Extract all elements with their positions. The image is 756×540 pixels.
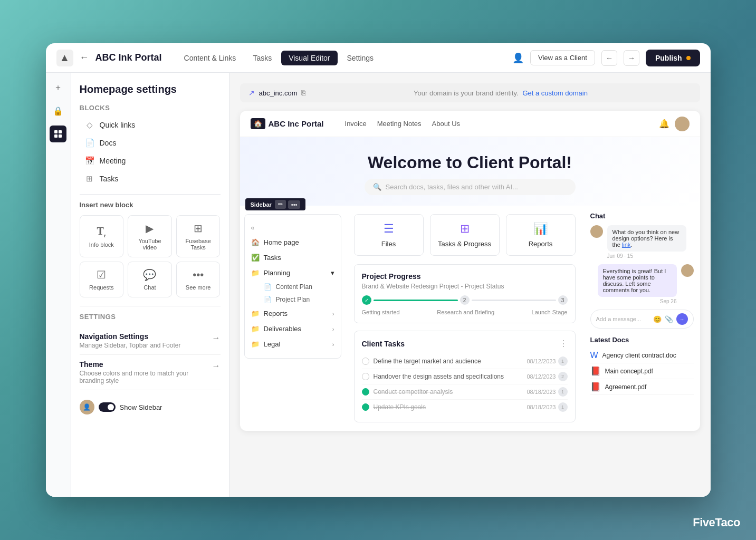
tab-settings[interactable]: Settings — [340, 51, 381, 65]
chat-send-button[interactable]: → — [676, 313, 688, 325]
preview-block-files[interactable]: ☰ Files — [354, 214, 424, 256]
preview-nav-invoice[interactable]: Invoice — [345, 120, 367, 128]
tab-tasks[interactable]: Tasks — [245, 51, 279, 65]
search-placeholder: Search docs, tasks, files and other with… — [386, 183, 518, 191]
chat-avatar-2 — [681, 264, 694, 277]
sidebar-item-deliverables[interactable]: 📁 Deliverables › — [245, 321, 341, 336]
preview-block-reports[interactable]: 📊 Reports — [506, 214, 576, 256]
sidebar-item-content-plan[interactable]: 📄 Content Plan — [257, 281, 341, 293]
tasks-progress-label: Tasks & Progress — [438, 240, 491, 248]
youtube-block-label: YouTube video — [131, 238, 168, 250]
chat-link[interactable]: link — [622, 242, 631, 248]
sidebar-item-legal[interactable]: 📁 Legal › — [245, 336, 341, 352]
view-as-client-button[interactable]: View as a Client — [530, 50, 595, 65]
settings-navigation[interactable]: Navigation Settings Manage Sidebar, Topb… — [80, 327, 221, 355]
insert-chat[interactable]: 💬 Chat — [128, 262, 172, 297]
preview-logo: 🏠 ABC Inc Portal — [251, 118, 324, 129]
settings-navigation-desc: Manage Sidebar, Topbar and Footer — [80, 342, 207, 349]
doc-item-3[interactable]: 📕 Agreement.pdf — [590, 379, 694, 395]
bell-icon[interactable]: 🔔 — [659, 119, 669, 129]
progress-stages: Getting started Research and Briefing La… — [362, 309, 568, 315]
nav-prev-button[interactable]: ← — [601, 50, 617, 66]
task-radio-3[interactable] — [362, 388, 369, 396]
app-window: ▲ ← ABC Ink Portal Content & Links Tasks… — [46, 43, 711, 497]
tab-content-links[interactable]: Content & Links — [177, 51, 244, 65]
chat-input-row[interactable]: Add a message... 😊 📎 → — [590, 310, 694, 329]
block-meeting[interactable]: 📅 Meeting — [80, 152, 221, 170]
sidebar-item-planning[interactable]: 📁 Planning ▾ — [245, 265, 341, 281]
task-badge-3: 1 — [558, 387, 568, 397]
chat-message-1: What do you think on new design options?… — [590, 225, 694, 259]
divider-1 — [80, 194, 221, 195]
back-button[interactable]: ← — [78, 50, 91, 65]
pdf-doc-icon-2: 📕 — [590, 382, 601, 392]
sidebar-item-home[interactable]: 🏠 Home page — [245, 235, 341, 250]
tasks-icon: ✅ — [251, 254, 260, 262]
doc-item-2[interactable]: 📕 Main concept.pdf — [590, 363, 694, 379]
publish-button[interactable]: Publish — [646, 50, 700, 66]
sidebar-item-tasks[interactable]: ✅ Tasks — [245, 250, 341, 265]
progress-title: Project Progress — [362, 272, 568, 281]
insert-fusebase-tasks[interactable]: ⊞ Fusebase Tasks — [176, 215, 221, 257]
task-radio-4[interactable] — [362, 403, 369, 411]
doc-item-1[interactable]: W Agency client contract.doc — [590, 348, 694, 363]
copy-icon[interactable]: ⎘ — [301, 89, 305, 97]
sidebar-more-button[interactable]: ••• — [288, 200, 301, 209]
preview-progress-card: Project Progress Brand & Website Redesig… — [354, 264, 576, 323]
stage-2-label: Research and Briefing — [437, 309, 494, 315]
emoji-icon[interactable]: 😊 — [653, 315, 662, 323]
task-radio-2[interactable] — [362, 373, 369, 380]
folder-reports-icon: 📁 — [251, 310, 260, 317]
insert-see-more[interactable]: ••• See more — [176, 262, 221, 297]
icon-bar-lock[interactable]: 🔒 — [50, 102, 66, 119]
block-quick-links[interactable]: ◇ Quick links — [80, 116, 221, 134]
fusebase-block-label: Fusebase Tasks — [180, 238, 217, 250]
sidebar-legal-label: Legal — [264, 340, 281, 348]
sidebar-item-project-plan[interactable]: 📄 Project Plan — [257, 293, 341, 306]
settings-theme[interactable]: Theme Choose colors and more to match yo… — [80, 355, 221, 390]
show-sidebar-toggle[interactable] — [99, 402, 116, 412]
tasks-header: Client Tasks ⋮ — [362, 339, 568, 349]
preview-sidebar: « 🏠 Home page ✅ Tasks — [244, 214, 341, 359]
preview-body: Sidebar ✏ ••• « 🏠 — [240, 206, 700, 431]
insert-block-grid: Tr Info block ▶ YouTube video ⊞ Fusebase… — [80, 215, 221, 297]
sidebar-label-actions: ✏ ••• — [275, 200, 301, 209]
search-icon: 🔍 — [373, 183, 381, 191]
preview-window: 🏠 ABC Inc Portal Invoice Meeting Notes A… — [240, 111, 700, 431]
preview-search[interactable]: 🔍 Search docs, tasks, files and other wi… — [365, 179, 576, 195]
sidebar-planning-label: Planning — [264, 269, 291, 277]
task-radio-1[interactable] — [362, 358, 369, 365]
sidebar-collapse-toggle[interactable]: « — [245, 221, 341, 235]
share-icon[interactable]: 👤 — [512, 52, 524, 64]
nav-next-button[interactable]: → — [624, 50, 639, 66]
home-icon: 🏠 — [251, 238, 260, 246]
nav-right: 👤 View as a Client ← → Publish — [512, 50, 700, 66]
block-tasks[interactable]: ⊞ Tasks — [80, 170, 221, 188]
sidebar-edit-button[interactable]: ✏ — [275, 200, 286, 209]
divider-2 — [80, 306, 221, 306]
chat-bubble-text-2: Everything is great! But I have some poi… — [598, 264, 677, 297]
preview-nav-meeting[interactable]: Meeting Notes — [377, 120, 422, 128]
icon-bar-plus[interactable]: ＋ — [50, 79, 66, 96]
files-block-label: Files — [381, 240, 396, 248]
domain-cta[interactable]: Get a custom domain — [522, 89, 588, 97]
preview-logo-icon: 🏠 — [251, 118, 265, 129]
preview-nav-about[interactable]: About Us — [432, 120, 460, 128]
preview-block-tasks-progress[interactable]: ⊞ Tasks & Progress — [430, 214, 500, 256]
attach-icon[interactable]: 📎 — [665, 315, 673, 323]
settings-navigation-content: Navigation Settings Manage Sidebar, Topb… — [80, 332, 207, 349]
block-docs[interactable]: 📄 Docs — [80, 134, 221, 152]
tab-visual-editor[interactable]: Visual Editor — [281, 51, 337, 65]
preview-user-avatar — [675, 117, 690, 131]
block-docs-label: Docs — [100, 139, 117, 147]
sidebar-item-reports[interactable]: 📁 Reports › — [245, 306, 341, 321]
play-icon: ▶ — [146, 222, 154, 235]
task-badge-2: 2 — [558, 372, 568, 381]
insert-requests[interactable]: ☑ Requests — [80, 262, 124, 297]
insert-youtube-video[interactable]: ▶ YouTube video — [128, 215, 172, 257]
insert-info-block[interactable]: Tr Info block — [80, 215, 124, 257]
word-doc-icon: W — [590, 351, 598, 360]
chevron-right-legal-icon: › — [332, 341, 334, 348]
icon-bar-layout[interactable] — [50, 126, 66, 142]
tasks-more-icon[interactable]: ⋮ — [559, 339, 568, 349]
